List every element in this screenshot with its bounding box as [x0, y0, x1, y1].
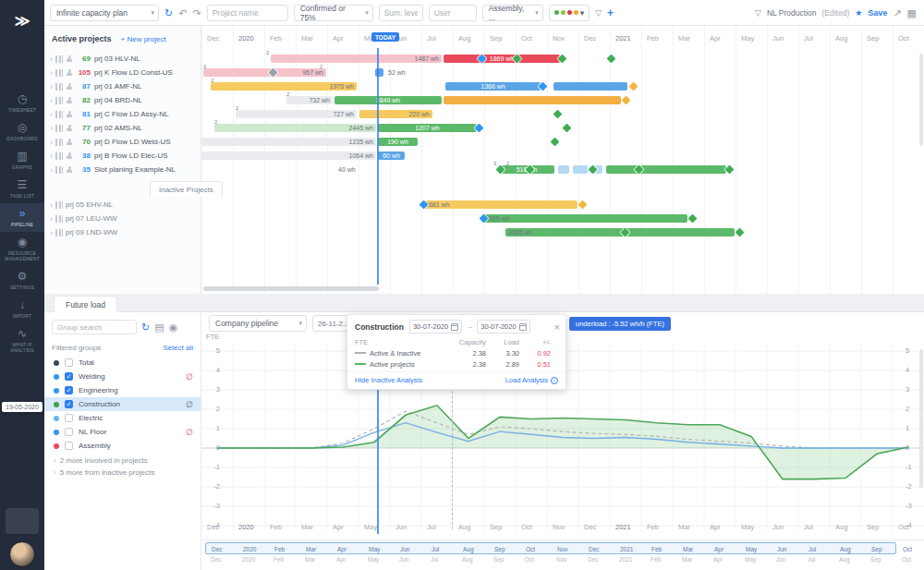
- milestone-diamond[interactable]: [551, 138, 560, 147]
- gantt-bar[interactable]: 1975 wh: [211, 82, 357, 91]
- project-row[interactable]: ›82prj 04 BRD-NL: [44, 93, 201, 107]
- project-row[interactable]: ›69prj 03 HLV-NL: [44, 52, 201, 66]
- sidebar-item-settings[interactable]: ⚙SETTINGS: [0, 266, 44, 295]
- project-row[interactable]: ›prj 05 EHV-NL: [44, 198, 201, 212]
- project-row[interactable]: ›38prj B Flow LD Elec-US: [44, 149, 201, 163]
- load-analysis-link[interactable]: Load Analysis i: [505, 376, 558, 384]
- undo-icon[interactable]: ↶: [178, 5, 187, 21]
- minimap-selection[interactable]: Dec2020FebMarAprMayJunJulAugSepOctNovDec…: [205, 542, 896, 554]
- gantt-bar[interactable]: 190 wh: [378, 138, 418, 146]
- chevron-right-icon[interactable]: ›: [50, 55, 53, 64]
- chevron-right-icon[interactable]: ›: [50, 200, 53, 210]
- gantt-bar[interactable]: [606, 165, 726, 174]
- app-logo[interactable]: ≫: [0, 0, 44, 41]
- chevron-right-icon[interactable]: ›: [50, 68, 53, 78]
- chevron-right-icon[interactable]: ›: [50, 165, 53, 175]
- group-row-electric[interactable]: Electric: [44, 411, 201, 425]
- chevron-right-icon[interactable]: ›: [50, 96, 53, 105]
- milestone-diamond[interactable]: [563, 124, 572, 133]
- scrollbar-thumb[interactable]: [203, 286, 379, 291]
- sidebar-collapsed-panel[interactable]: [6, 508, 39, 534]
- group-row-welding[interactable]: ✓Welding∅: [44, 370, 201, 383]
- timeline-minimap[interactable]: Dec2020FebMarAprMayJunJulAugSepOctNovDec…: [201, 540, 924, 565]
- gantt-bar[interactable]: 60 wh: [378, 152, 405, 160]
- group-row-construction[interactable]: ✓Construction∅: [44, 397, 201, 411]
- gantt-bar[interactable]: 3849 wh: [334, 96, 442, 104]
- view-filter-icon[interactable]: ▽: [755, 5, 761, 21]
- project-row[interactable]: ›prj 09 LND-WW: [44, 225, 201, 239]
- chevron-right-icon[interactable]: ›: [50, 110, 53, 119]
- group-checkbox[interactable]: [65, 428, 73, 436]
- gantt-bar[interactable]: 2681 wh: [422, 200, 578, 209]
- eye-off-icon[interactable]: ∅: [186, 372, 193, 382]
- person-icon[interactable]: ◉: [169, 319, 178, 335]
- group-search-input[interactable]: [52, 320, 137, 334]
- project-row[interactable]: ›prj 07 LEU-WW: [44, 212, 201, 225]
- user-avatar[interactable]: [9, 541, 35, 567]
- project-row[interactable]: ›70prj D Flow LD Weld-US: [44, 135, 201, 149]
- filter-icon[interactable]: ▽: [595, 5, 602, 21]
- milestone-diamond[interactable]: [629, 82, 638, 91]
- groups-filter[interactable]: Assembly, ... ▾: [482, 5, 543, 21]
- group-checkbox[interactable]: ✓: [65, 386, 73, 394]
- list-icon[interactable]: ▤: [154, 319, 164, 335]
- milestone-diamond[interactable]: [736, 228, 745, 237]
- refresh-icon[interactable]: ↻: [164, 5, 173, 21]
- user-filter[interactable]: [429, 5, 477, 21]
- project-row[interactable]: ›87prj 01 AMF-NL: [44, 79, 201, 93]
- add-filter-icon[interactable]: +: [607, 5, 614, 21]
- project-row[interactable]: ›105prj K Flow LD Const-US: [44, 66, 201, 79]
- gantt-bar[interactable]: 732 wh: [286, 96, 333, 104]
- group-checkbox[interactable]: [65, 358, 73, 367]
- group-checkbox[interactable]: ✓: [65, 400, 73, 408]
- gantt-bar[interactable]: 1064 wh: [201, 152, 376, 160]
- gantt-bar[interactable]: 3095 wh: [482, 214, 687, 223]
- date-to-input[interactable]: 30-07-2020: [477, 320, 529, 334]
- sidebar-item-import[interactable]: ↓IMPORT: [0, 295, 44, 323]
- gantt-bar[interactable]: 1207 wh: [378, 124, 477, 132]
- chevron-right-icon[interactable]: ›: [50, 214, 53, 224]
- chevron-right-icon[interactable]: ›: [50, 124, 53, 133]
- chevron-right-icon[interactable]: ›: [50, 82, 53, 91]
- milestone-diamond[interactable]: [578, 200, 588, 210]
- date-from-input[interactable]: 30-07-2020: [409, 320, 462, 334]
- sidebar-item-resource-management[interactable]: ◉RESOURCE MANAGEMENT: [0, 232, 44, 266]
- status-dots[interactable]: ▾: [549, 5, 590, 21]
- pipeline-select[interactable]: Company pipeline ▾: [209, 315, 307, 332]
- project-name-filter[interactable]: [207, 5, 288, 21]
- milestone-diamond[interactable]: [688, 214, 698, 224]
- bookmark-icon[interactable]: ★: [855, 8, 862, 18]
- new-project-button[interactable]: + New project: [121, 35, 166, 43]
- eye-off-icon[interactable]: ∅: [186, 400, 193, 409]
- gantt-bar[interactable]: 957 wh: [203, 68, 326, 77]
- group-row-nl-floor[interactable]: NL Floor∅: [44, 425, 201, 439]
- sidebar-item-task-list[interactable]: ☰TASK LIST: [0, 175, 44, 203]
- plan-select[interactable]: Infinite capacity plan ▾: [50, 5, 159, 21]
- tab-future-load[interactable]: Future load: [54, 296, 117, 312]
- group-row-engineering[interactable]: ✓Engineering: [44, 383, 201, 397]
- group-checkbox[interactable]: ✓: [65, 372, 73, 381]
- redo-icon[interactable]: ↷: [192, 5, 201, 21]
- group-checkbox[interactable]: [65, 442, 73, 450]
- save-button[interactable]: Save: [868, 8, 887, 18]
- sidebar-item-timesheet[interactable]: ◷TIMESHEET: [0, 89, 44, 117]
- chevron-right-icon[interactable]: ›: [50, 152, 53, 161]
- gantt-bar[interactable]: [553, 82, 627, 91]
- milestone-diamond[interactable]: [622, 96, 631, 105]
- sidebar-item-what-if-analysis[interactable]: ∿WHAT-IF ANALYSIS: [0, 323, 44, 358]
- milestone-diamond[interactable]: [607, 55, 616, 64]
- milestone-diamond[interactable]: [553, 110, 563, 119]
- close-icon[interactable]: ×: [554, 321, 560, 333]
- gantt-bar[interactable]: 1869 wh: [444, 55, 560, 63]
- group-checkbox[interactable]: [65, 414, 73, 422]
- gantt-bar[interactable]: 2445 wh: [214, 124, 376, 132]
- gantt-bar[interactable]: 1235 wh: [201, 138, 376, 146]
- more-groups-link[interactable]: ›2 more involved in projects: [44, 453, 201, 465]
- gantt-bar[interactable]: 727 wh: [236, 110, 357, 118]
- milestone-diamond[interactable]: [725, 165, 735, 175]
- chevron-right-icon[interactable]: ›: [50, 228, 53, 237]
- sum-level-filter[interactable]: [379, 5, 423, 21]
- gantt-bar[interactable]: [558, 165, 569, 174]
- share-icon[interactable]: ↗: [893, 5, 901, 21]
- columns-icon[interactable]: ▦: [907, 5, 917, 21]
